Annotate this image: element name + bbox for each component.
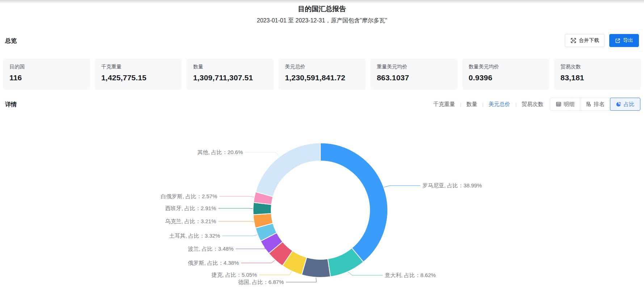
pie-leader-line xyxy=(348,272,383,275)
pie-label: 西班牙, 占比：2.91% xyxy=(165,205,216,211)
pie-slice-0[interactable] xyxy=(320,143,388,262)
pie-label: 德国, 占比：6.87% xyxy=(238,279,284,285)
pie-leader-line xyxy=(236,248,266,249)
pie-leader-line xyxy=(259,271,291,275)
pie-slice-10[interactable] xyxy=(256,143,320,197)
pie-leader-line xyxy=(245,152,279,156)
pie-label: 土耳其, 占比：3.32% xyxy=(169,233,220,239)
pie-label: 白俄罗斯, 占比：2.57% xyxy=(161,193,217,199)
report-page: 目的国汇总报告 2023-01-01 至 2023-12-31，原产国包含"摩尔… xyxy=(0,0,644,289)
pie-leader-line xyxy=(222,235,257,236)
pie-label: 乌克兰, 占比：3.21% xyxy=(165,218,216,224)
pie-leader-line xyxy=(286,278,316,282)
pie-label: 俄罗斯, 占比：4.38% xyxy=(188,260,239,266)
pie-label: 波兰, 占比：3.48% xyxy=(188,246,233,252)
pie-label: 意大利, 占比：8.62% xyxy=(384,272,436,278)
pie-label: 其他, 占比：20.6% xyxy=(197,149,243,155)
pie-leader-line xyxy=(218,208,253,209)
pie-leader-line xyxy=(241,260,275,263)
pie-leader-line xyxy=(219,196,254,197)
donut-chart: 罗马尼亚, 占比：38.99%意大利, 占比：8.62%德国, 占比：6.87%… xyxy=(0,116,644,289)
pie-label: 捷克, 占比：5.05% xyxy=(211,272,257,278)
pie-label: 罗马尼亚, 占比：38.99% xyxy=(422,182,482,188)
donut-chart-svg: 罗马尼亚, 占比：38.99%意大利, 占比：8.62%德国, 占比：6.87%… xyxy=(0,0,644,289)
pie-leader-line xyxy=(384,186,420,187)
